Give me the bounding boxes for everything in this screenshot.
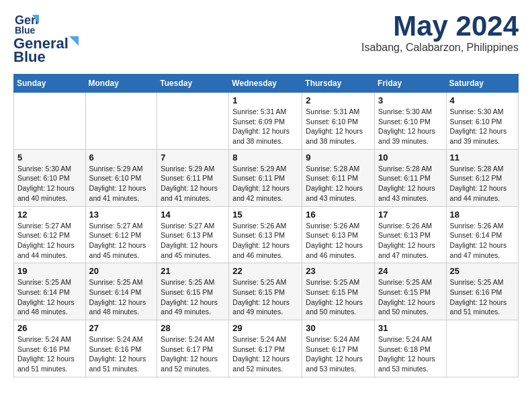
calendar-cell: 16Sunrise: 5:26 AM Sunset: 6:13 PM Dayli… [302, 206, 375, 263]
day-number: 29 [232, 323, 298, 333]
weekday-saturday: Saturday [446, 75, 518, 93]
calendar-cell: 25Sunrise: 5:25 AM Sunset: 6:16 PM Dayli… [446, 263, 518, 320]
day-info: Sunrise: 5:25 AM Sunset: 6:15 PM Dayligh… [161, 277, 225, 317]
calendar-cell: 5Sunrise: 5:30 AM Sunset: 6:10 PM Daylig… [14, 149, 86, 206]
calendar-cell: 3Sunrise: 5:30 AM Sunset: 6:10 PM Daylig… [375, 93, 447, 150]
day-number: 2 [306, 95, 371, 105]
weekday-header-row: SundayMondayTuesdayWednesdayThursdayFrid… [14, 75, 519, 93]
day-info: Sunrise: 5:24 AM Sunset: 6:17 PM Dayligh… [161, 334, 225, 374]
logo: General Blue General Blue [13, 11, 79, 66]
day-number: 18 [450, 210, 515, 220]
svg-text:Blue: Blue [15, 25, 36, 36]
week-row-2: 12Sunrise: 5:27 AM Sunset: 6:12 PM Dayli… [14, 206, 519, 263]
calendar-cell: 23Sunrise: 5:25 AM Sunset: 6:15 PM Dayli… [302, 263, 375, 320]
week-row-1: 5Sunrise: 5:30 AM Sunset: 6:10 PM Daylig… [14, 149, 519, 206]
calendar-cell: 2Sunrise: 5:31 AM Sunset: 6:10 PM Daylig… [302, 93, 375, 150]
calendar-cell: 29Sunrise: 5:24 AM Sunset: 6:17 PM Dayli… [229, 320, 302, 377]
day-info: Sunrise: 5:25 AM Sunset: 6:16 PM Dayligh… [450, 277, 515, 317]
day-info: Sunrise: 5:26 AM Sunset: 6:13 PM Dayligh… [378, 221, 443, 261]
day-number: 31 [378, 323, 443, 333]
svg-marker-3 [69, 36, 79, 46]
day-info: Sunrise: 5:30 AM Sunset: 6:10 PM Dayligh… [17, 164, 82, 203]
calendar-cell: 9Sunrise: 5:28 AM Sunset: 6:11 PM Daylig… [302, 149, 375, 206]
calendar-cell: 14Sunrise: 5:27 AM Sunset: 6:13 PM Dayli… [157, 206, 229, 263]
title-area: May 2024 Isabang, Calabarzon, Philippine… [361, 11, 519, 54]
calendar-cell: 8Sunrise: 5:29 AM Sunset: 6:11 PM Daylig… [229, 149, 302, 206]
calendar-cell [85, 93, 157, 150]
day-info: Sunrise: 5:25 AM Sunset: 6:15 PM Dayligh… [232, 277, 298, 317]
day-info: Sunrise: 5:24 AM Sunset: 6:16 PM Dayligh… [17, 334, 82, 374]
weekday-friday: Friday [375, 75, 447, 93]
calendar-cell: 1Sunrise: 5:31 AM Sunset: 6:09 PM Daylig… [229, 93, 302, 150]
day-info: Sunrise: 5:31 AM Sunset: 6:10 PM Dayligh… [306, 107, 371, 146]
day-info: Sunrise: 5:26 AM Sunset: 6:13 PM Dayligh… [306, 221, 371, 261]
weekday-sunday: Sunday [14, 75, 86, 93]
calendar-cell [14, 93, 86, 150]
week-row-4: 26Sunrise: 5:24 AM Sunset: 6:16 PM Dayli… [14, 320, 519, 377]
day-info: Sunrise: 5:28 AM Sunset: 6:11 PM Dayligh… [378, 164, 443, 203]
day-number: 14 [161, 210, 225, 220]
day-number: 21 [161, 266, 225, 276]
day-info: Sunrise: 5:24 AM Sunset: 6:16 PM Dayligh… [89, 334, 154, 374]
calendar-cell: 10Sunrise: 5:28 AM Sunset: 6:11 PM Dayli… [375, 149, 447, 206]
day-number: 30 [306, 323, 371, 333]
calendar-cell: 13Sunrise: 5:27 AM Sunset: 6:12 PM Dayli… [85, 206, 157, 263]
day-number: 12 [17, 210, 82, 220]
day-info: Sunrise: 5:29 AM Sunset: 6:11 PM Dayligh… [161, 164, 225, 203]
header: General Blue General Blue May 2024 Isaba… [13, 11, 519, 66]
calendar-cell: 22Sunrise: 5:25 AM Sunset: 6:15 PM Dayli… [229, 263, 302, 320]
calendar-cell: 27Sunrise: 5:24 AM Sunset: 6:16 PM Dayli… [85, 320, 157, 377]
day-number: 13 [89, 210, 154, 220]
day-number: 8 [232, 152, 298, 163]
weekday-thursday: Thursday [302, 75, 375, 93]
day-info: Sunrise: 5:27 AM Sunset: 6:12 PM Dayligh… [17, 221, 82, 261]
day-info: Sunrise: 5:30 AM Sunset: 6:10 PM Dayligh… [450, 107, 515, 146]
location-title: Isabang, Calabarzon, Philippines [361, 42, 519, 54]
day-info: Sunrise: 5:27 AM Sunset: 6:12 PM Dayligh… [89, 221, 154, 261]
day-number: 28 [161, 323, 225, 333]
day-info: Sunrise: 5:25 AM Sunset: 6:14 PM Dayligh… [17, 277, 82, 317]
calendar-cell: 6Sunrise: 5:29 AM Sunset: 6:10 PM Daylig… [85, 149, 157, 206]
calendar-cell: 4Sunrise: 5:30 AM Sunset: 6:10 PM Daylig… [446, 93, 518, 150]
calendar-cell: 30Sunrise: 5:24 AM Sunset: 6:17 PM Dayli… [302, 320, 375, 377]
calendar-cell: 31Sunrise: 5:24 AM Sunset: 6:18 PM Dayli… [375, 320, 447, 377]
day-number: 19 [17, 266, 82, 276]
day-number: 20 [89, 266, 154, 276]
day-info: Sunrise: 5:25 AM Sunset: 6:14 PM Dayligh… [89, 277, 154, 317]
month-title: May 2024 [361, 11, 519, 42]
calendar-cell: 11Sunrise: 5:28 AM Sunset: 6:12 PM Dayli… [446, 149, 518, 206]
day-info: Sunrise: 5:24 AM Sunset: 6:17 PM Dayligh… [306, 334, 371, 374]
day-info: Sunrise: 5:26 AM Sunset: 6:13 PM Dayligh… [232, 221, 298, 261]
day-info: Sunrise: 5:31 AM Sunset: 6:09 PM Dayligh… [232, 107, 298, 146]
day-info: Sunrise: 5:27 AM Sunset: 6:13 PM Dayligh… [161, 221, 225, 261]
day-info: Sunrise: 5:30 AM Sunset: 6:10 PM Dayligh… [378, 107, 443, 146]
day-info: Sunrise: 5:25 AM Sunset: 6:15 PM Dayligh… [306, 277, 371, 317]
calendar-cell [157, 93, 229, 150]
calendar-table: SundayMondayTuesdayWednesdayThursdayFrid… [13, 74, 519, 377]
day-number: 1 [232, 95, 298, 105]
day-number: 27 [89, 323, 154, 333]
logo-icon: General Blue [13, 11, 39, 36]
day-info: Sunrise: 5:29 AM Sunset: 6:10 PM Dayligh… [89, 164, 154, 203]
weekday-monday: Monday [85, 75, 157, 93]
calendar-cell: 26Sunrise: 5:24 AM Sunset: 6:16 PM Dayli… [14, 320, 86, 377]
calendar-cell: 12Sunrise: 5:27 AM Sunset: 6:12 PM Dayli… [14, 206, 86, 263]
day-number: 23 [306, 266, 371, 276]
day-info: Sunrise: 5:24 AM Sunset: 6:17 PM Dayligh… [232, 334, 298, 374]
day-number: 9 [306, 152, 371, 163]
day-number: 26 [17, 323, 82, 333]
weekday-tuesday: Tuesday [157, 75, 229, 93]
calendar-cell: 7Sunrise: 5:29 AM Sunset: 6:11 PM Daylig… [157, 149, 229, 206]
weekday-wednesday: Wednesday [229, 75, 302, 93]
day-info: Sunrise: 5:24 AM Sunset: 6:18 PM Dayligh… [378, 334, 443, 374]
day-number: 7 [161, 152, 225, 163]
calendar-cell: 28Sunrise: 5:24 AM Sunset: 6:17 PM Dayli… [157, 320, 229, 377]
day-info: Sunrise: 5:28 AM Sunset: 6:12 PM Dayligh… [450, 164, 515, 203]
logo-arrow-icon [69, 36, 79, 46]
calendar-cell: 17Sunrise: 5:26 AM Sunset: 6:13 PM Dayli… [375, 206, 447, 263]
day-info: Sunrise: 5:28 AM Sunset: 6:11 PM Dayligh… [306, 164, 371, 203]
day-number: 15 [232, 210, 298, 220]
calendar-cell: 18Sunrise: 5:26 AM Sunset: 6:14 PM Dayli… [446, 206, 518, 263]
day-number: 3 [378, 95, 443, 105]
week-row-3: 19Sunrise: 5:25 AM Sunset: 6:14 PM Dayli… [14, 263, 519, 320]
